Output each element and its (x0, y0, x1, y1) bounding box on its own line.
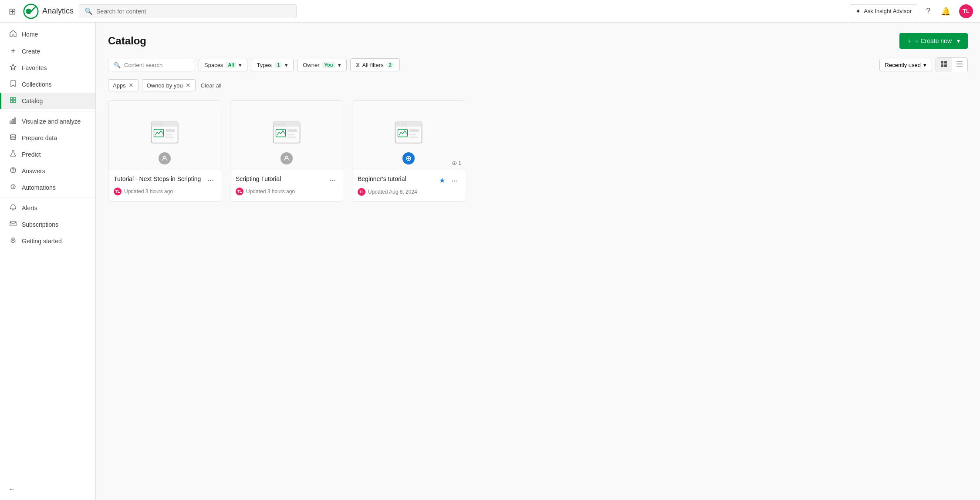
spaces-filter-button[interactable]: Spaces All ▾ (199, 59, 247, 71)
svg-rect-4 (10, 97, 13, 100)
sidebar-item-favorites[interactable]: Favorites (0, 60, 95, 76)
svg-point-15 (13, 240, 14, 241)
svg-rect-50 (409, 134, 416, 135)
plus-icon: + (9, 47, 17, 56)
table-row[interactable]: Tutorial - Next Steps in Scripting ··· T… (108, 100, 221, 201)
owned-tag-label: Owned by you (147, 82, 183, 89)
create-chevron-icon: ▾ (957, 37, 960, 44)
sidebar-item-getting-started[interactable]: Getting started (0, 233, 95, 249)
sort-button[interactable]: Recently used ▾ (879, 59, 932, 71)
page-title: Catalog (108, 35, 146, 47)
card-updated: Updated 3 hours ago (246, 188, 295, 195)
svg-point-47 (404, 123, 406, 125)
user-avatar[interactable]: TL (959, 4, 973, 18)
table-row[interactable]: Scripting Tutorial ··· TL Updated 3 hour… (230, 100, 343, 201)
svg-point-13 (13, 171, 13, 172)
svg-point-36 (279, 123, 281, 125)
all-filters-label: All filters (362, 62, 384, 68)
grid-view-button[interactable] (936, 58, 952, 72)
svg-rect-30 (166, 134, 172, 135)
card-meta: TL Updated 3 hours ago (236, 188, 338, 195)
owned-filter-tag[interactable]: Owned by you ✕ (142, 79, 196, 91)
card-title: Scripting Tutorial (236, 175, 328, 182)
owned-tag-remove[interactable]: ✕ (186, 82, 191, 89)
search-input[interactable] (96, 8, 291, 15)
content-search-bar[interactable]: 🔍 (108, 59, 195, 71)
sidebar-item-label: Home (22, 31, 38, 38)
app-name: Analytics (42, 7, 74, 16)
apps-tag-label: Apps (113, 82, 126, 89)
star-icon (9, 64, 17, 72)
svg-rect-28 (154, 129, 164, 137)
types-filter-button[interactable]: Types 1 ▾ (251, 59, 294, 71)
active-filters: Apps ✕ Owned by you ✕ Clear all (108, 79, 968, 91)
sidebar-item-automations[interactable]: Automations (0, 179, 95, 196)
svg-point-45 (398, 123, 400, 125)
sidebar-item-subscriptions[interactable]: Subscriptions (0, 216, 95, 233)
grid-menu-button[interactable]: ⊞ (7, 4, 18, 18)
bookmark-icon (9, 80, 17, 89)
svg-rect-10 (14, 118, 16, 124)
clear-all-button[interactable]: Clear all (199, 80, 223, 91)
collapse-sidebar-button[interactable]: ← (0, 482, 95, 497)
card-avatar: TL (236, 188, 243, 195)
main-area: Home + Create Favorites Collections (0, 23, 980, 500)
svg-rect-29 (166, 129, 175, 132)
types-count: 1 (274, 62, 282, 68)
owner-filter-button[interactable]: Owner You ▾ (297, 59, 346, 71)
collapse-icon: ← (9, 486, 15, 493)
insight-advisor-button[interactable]: ✦ Ask Insight Advisor (850, 4, 917, 18)
svg-point-54 (454, 163, 455, 164)
app-preview-icon (393, 120, 424, 151)
svg-rect-5 (14, 97, 16, 100)
svg-rect-49 (409, 129, 419, 132)
apps-tag-remove[interactable]: ✕ (128, 82, 134, 89)
help-button[interactable]: ? (924, 5, 932, 17)
card-preview: 1 (352, 101, 465, 170)
sidebar-item-answers[interactable]: Answers (0, 163, 95, 179)
sidebar-item-predict[interactable]: Predict (0, 146, 95, 163)
card-footer: Scripting Tutorial ··· TL Updated 3 hour… (230, 170, 343, 201)
sidebar-item-home[interactable]: Home (0, 26, 95, 43)
all-filters-button[interactable]: ⧖ All filters 2 (350, 58, 400, 71)
card-badge (280, 152, 293, 164)
filter-icon: ⧖ (356, 61, 360, 68)
svg-point-37 (282, 123, 284, 125)
app-preview-icon (149, 120, 180, 151)
card-star-button[interactable]: ★ (437, 175, 447, 185)
sidebar-item-label: Subscriptions (22, 221, 58, 228)
mail-icon (9, 220, 17, 229)
sidebar-item-catalog[interactable]: Catalog (0, 93, 95, 109)
apps-filter-tag[interactable]: Apps ✕ (108, 79, 139, 91)
automation-icon (9, 183, 17, 192)
sidebar-item-create[interactable]: + Create (0, 43, 95, 60)
sidebar-item-visualize[interactable]: Visualize and analyze (0, 113, 95, 130)
svg-rect-14 (10, 221, 16, 226)
notifications-button[interactable]: 🔔 (939, 5, 952, 18)
card-more-button[interactable]: ··· (449, 176, 460, 185)
filter-right: Recently used ▾ (879, 57, 968, 72)
card-more-button[interactable]: ··· (206, 175, 216, 185)
create-new-button[interactable]: + + Create new ▾ (899, 33, 968, 49)
sidebar-item-prepare[interactable]: Prepare data (0, 130, 95, 146)
sidebar-item-collections[interactable]: Collections (0, 76, 95, 93)
spaces-chevron-icon: ▾ (239, 62, 242, 68)
sidebar-item-label: Collections (22, 81, 51, 88)
sort-chevron-icon: ▾ (923, 62, 926, 68)
content-search-input[interactable] (124, 62, 189, 68)
card-badge (159, 152, 171, 164)
list-view-button[interactable] (952, 58, 967, 72)
card-footer: Beginner's tutorial ★ ··· TL Updated Aug… (352, 170, 465, 201)
svg-rect-16 (941, 61, 943, 64)
card-title: Beginner's tutorial (358, 175, 437, 182)
top-right-actions: ✦ Ask Insight Advisor ? 🔔 TL (850, 4, 973, 18)
search-bar[interactable]: 🔍 (79, 4, 297, 18)
svg-line-2 (31, 7, 36, 11)
bell-icon (9, 204, 17, 212)
table-row[interactable]: 1 Beginner's tutorial ★ ··· (352, 100, 465, 201)
user-badge-icon (280, 152, 293, 164)
blue-badge-icon (402, 152, 415, 164)
svg-rect-8 (10, 121, 11, 124)
sidebar-item-alerts[interactable]: Alerts (0, 200, 95, 216)
card-more-button[interactable]: ··· (328, 175, 338, 185)
